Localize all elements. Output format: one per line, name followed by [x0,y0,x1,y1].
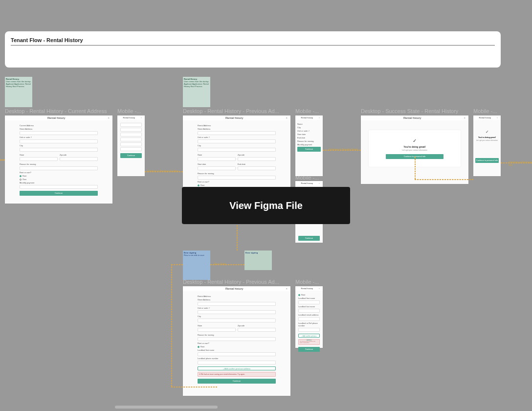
frame-mobile-prev-err[interactable]: Rental history× Rent Landlord first name… [295,286,323,348]
radio-rent[interactable] [298,294,300,296]
modal-header: Rental history× [295,181,323,185]
state-input[interactable] [20,157,58,161]
modal-header: Rental history× [295,115,323,120]
input[interactable] [238,157,276,161]
close-icon[interactable]: × [108,116,110,119]
sticky-note-green-2[interactable]: Rental History User comes from the start… [183,77,210,107]
input[interactable] [198,310,276,314]
input[interactable] [198,319,276,322]
radio-own[interactable] [20,179,22,181]
add-prev-button[interactable]: + Add another previous address [198,366,276,370]
input[interactable] [198,139,276,143]
check-icon: ✓ [475,130,499,134]
frame-label[interactable]: Desktop - Rental History - Previous Ad..… [183,108,291,114]
street-input[interactable] [20,131,98,135]
input[interactable] [298,300,320,304]
view-figma-button[interactable]: View Figma File [182,187,350,224]
frame-desktop-prev-err[interactable]: Rental history× Rental Address Street Ad… [183,286,290,396]
frame-label[interactable]: Desktop - Rental History - Current Addre… [5,108,115,114]
continue-button[interactable]: Continue [298,347,320,352]
input[interactable] [120,147,142,151]
sticky-note-blue-2[interactable]: Error signing [244,251,272,270]
frame-mobile-prev[interactable]: Rental history× Name City Unit or suite … [295,115,323,176]
frame-label[interactable]: Mobile -... [117,108,147,114]
close-icon[interactable]: × [319,287,320,290]
sticky-note-blue-1[interactable]: Error signing Flow is not able to save [183,251,210,280]
flow-title-card: Tenant Flow - Rental History [5,31,501,68]
input[interactable] [198,337,276,341]
input[interactable] [120,137,142,141]
frame-label[interactable]: Desktop - Success State - Rental History [361,108,468,114]
input[interactable] [298,328,320,332]
close-icon[interactable]: × [286,287,288,290]
input[interactable] [198,166,236,170]
close-icon[interactable]: × [319,182,320,184]
city-input[interactable] [20,148,98,152]
frame-label[interactable]: Mobile -... [295,108,323,114]
modal-header: Rental history× [295,286,323,291]
frame-label[interactable]: Mobile -... [473,108,501,114]
input[interactable] [238,328,276,332]
flow-title[interactable]: Tenant Flow - Rental History [11,37,495,46]
zip-input[interactable] [60,157,98,161]
input[interactable] [198,131,276,135]
input[interactable] [298,309,320,313]
sticky-note-green-1[interactable]: Rental History User comes from the start… [5,77,32,107]
modal-header: Rental history× [473,115,501,120]
error-banner: ⊘ We had an issue saving your rental inf… [198,372,276,377]
input[interactable] [198,361,276,365]
input[interactable] [198,176,276,180]
input[interactable] [198,148,276,152]
input[interactable] [120,133,142,137]
modal-header: Rental history× [183,115,290,120]
continue-button[interactable]: Continue [298,236,320,241]
close-icon[interactable]: × [286,116,288,119]
input[interactable] [298,317,320,321]
check-icon: ✓ [374,138,456,143]
modal-header: Rental history× [5,115,112,120]
modal-header: Rental history× [183,286,290,291]
close-icon[interactable]: × [319,116,320,119]
input[interactable] [198,352,276,356]
input[interactable] [238,166,276,170]
close-icon[interactable]: × [141,116,142,119]
input[interactable] [120,142,142,146]
frame-mobile-success[interactable]: Rental history× ✓ You're doing great! Le… [473,115,501,176]
continue-button[interactable]: Continue to personal info [475,158,499,163]
monthly-input[interactable] [20,185,98,189]
continue-button[interactable]: Continue [297,147,321,152]
input[interactable] [198,328,236,332]
continue-button[interactable]: Continue [198,379,276,384]
input[interactable] [198,302,276,306]
close-icon[interactable]: × [497,116,498,119]
unit-input[interactable] [20,139,98,143]
frame-label[interactable]: Mobile -... [295,279,323,285]
radio-rent[interactable] [20,175,22,177]
connector-label: Continue to Personal Info [509,160,532,166]
frame-mobile-current[interactable]: Rental history× Continue [117,115,145,176]
frame-label[interactable]: Desktop - Rental History - Previous Ad..… [183,279,291,285]
continue-button[interactable]: Continue [20,191,98,196]
reason-input[interactable] [20,166,98,170]
horizontal-scrollbar[interactable] [115,406,218,409]
add-prev-button[interactable]: + Add another previous address [298,334,320,338]
input[interactable] [120,128,142,132]
modal-header: Rental history× [361,115,468,120]
close-icon[interactable]: × [464,116,466,119]
radio-rent[interactable] [198,346,200,348]
input[interactable] [120,123,142,127]
input[interactable] [198,157,236,161]
frame-desktop-current[interactable]: Rental history× Current Address Street A… [5,115,112,204]
radio-rent[interactable] [198,184,200,186]
modal-header: Rental history× [117,115,145,120]
continue-button[interactable]: Continue [120,153,142,158]
